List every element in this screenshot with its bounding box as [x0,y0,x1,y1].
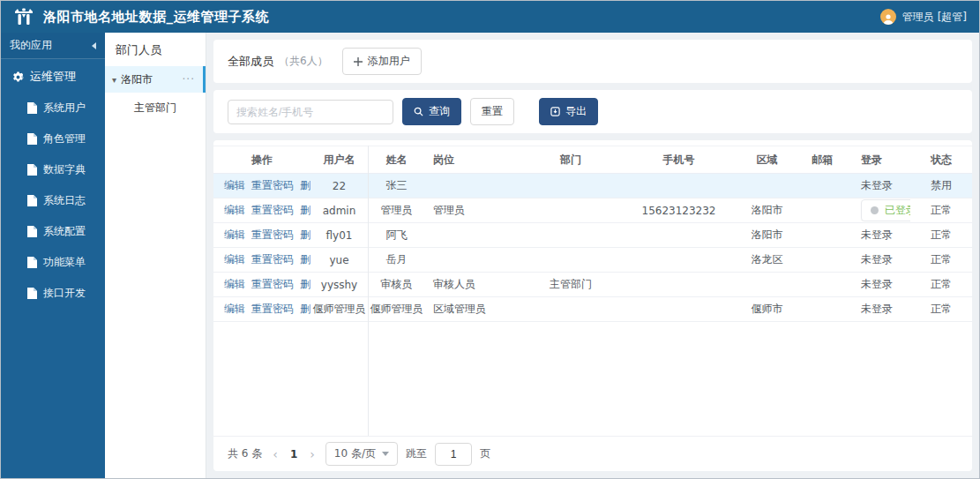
document-icon [27,226,37,237]
search-toolbar: 查询 重置 导出 [213,90,972,133]
cell-login: 未登录 [853,228,910,243]
cell-operations: 编辑重置密码删除 [213,203,310,218]
collapse-sidebar-icon[interactable] [92,42,96,49]
page-size-select[interactable]: 10 条/页 [325,442,398,466]
cell-username: yue [310,254,368,266]
cell-name: 审核员 [368,277,425,292]
export-button[interactable]: 导出 [539,98,598,125]
cell-operations: 编辑重置密码删除 [213,252,310,267]
cell-status: 禁用 [910,178,972,193]
cell-username: 22 [310,180,368,192]
column-header-3: 岗位 [425,153,527,168]
sidebar-item-label: 功能菜单 [43,255,86,270]
cell-name: 管理员 [368,203,425,218]
sidebar-item-3[interactable]: 系统日志 [1,185,105,216]
cell-phone: 15623123232 [615,205,743,217]
sidebar-item-6[interactable]: 接口开发 [1,278,105,309]
total-count-label: 共 6 条 [228,446,262,461]
reset-password-link[interactable]: 重置密码 [251,277,294,292]
reset-button[interactable]: 重置 [470,98,514,125]
reset-password-link[interactable]: 重置密码 [251,203,294,218]
members-toolbar: 全部成员 （共6人） 添加用户 [213,40,972,83]
delete-link[interactable]: 删除 [300,178,310,193]
edit-link[interactable]: 编辑 [224,277,245,292]
cell-status: 正常 [910,277,972,292]
tree-node-luoyang[interactable]: ▾ 洛阳市 ··· [105,66,206,93]
chevron-down-icon [382,452,389,456]
column-header-1: 用户名 [310,153,368,168]
cell-region: 洛阳市 [743,228,791,243]
cell-username: fly01 [310,229,368,242]
add-user-button[interactable]: 添加用户 [342,48,422,75]
gear-icon [12,71,24,83]
cell-login: 未登录 [853,252,910,267]
cell-operations: 编辑重置密码删除 [213,277,310,292]
edit-link[interactable]: 编辑 [224,302,245,317]
search-input[interactable] [228,100,393,124]
cell-status: 正常 [910,228,972,243]
query-button[interactable]: 查询 [402,98,461,125]
reset-password-link[interactable]: 重置密码 [251,178,294,193]
edit-link[interactable]: 编辑 [224,252,245,267]
column-header-5: 手机号 [615,153,743,168]
sidebar-header: 我的应用 [1,33,105,59]
sidebar-item-1[interactable]: 角色管理 [1,123,105,154]
reset-password-link[interactable]: 重置密码 [251,228,294,243]
table-row: 编辑重置密码删除fly01阿飞洛阳市未登录正常 [213,223,972,248]
cell-username: 偃师管理员 [310,302,368,317]
column-header-9: 状态 [910,153,972,168]
main-content: 全部成员 （共6人） 添加用户 查询 [206,33,979,478]
document-icon [27,133,37,145]
cell-login: 未登录 [853,277,910,292]
cell-position: 区域管理员 [425,302,527,317]
cell-name: 偃师管理员 [368,302,425,317]
delete-link[interactable]: 删除 [300,203,310,218]
sidebar-item-label: 数据字典 [43,162,86,177]
delete-link[interactable]: 删除 [300,277,310,292]
sidebar: 我的应用 运维管理 系统用户角色管理数据字典系统日志系统配置功能菜单接口开发 [1,33,105,478]
page-number[interactable]: 1 [288,448,299,460]
column-header-4: 部门 [527,153,615,168]
search-icon [414,107,423,116]
users-table: 操作用户名姓名岗位部门手机号区域邮箱登录状态 编辑重置密码删除22张三未登录禁用… [213,146,972,436]
logged-in-toggle[interactable]: 已登录 [861,199,910,221]
sidebar-item-5[interactable]: 功能菜单 [1,247,105,278]
cell-login: 未登录 [853,178,910,193]
reset-password-link[interactable]: 重置密码 [251,302,294,317]
user-avatar[interactable] [880,9,896,25]
sidebar-item-2[interactable]: 数据字典 [1,154,105,185]
sidebar-item-0[interactable]: 系统用户 [1,93,105,123]
sidebar-item-label: 系统配置 [43,224,86,239]
tree-node-more-icon[interactable]: ··· [183,73,198,86]
sidebar-group-ops[interactable]: 运维管理 [1,59,105,93]
jump-page-input[interactable] [435,443,472,466]
table-row: 编辑重置密码删除偃师管理员偃师管理员区域管理员偃师市未登录正常 [213,297,972,322]
sidebar-group-label: 运维管理 [30,69,76,85]
logged-in-label: 已登录 [885,203,910,218]
next-page-icon[interactable]: › [307,447,318,461]
top-header: 洛阳市地名地址数据_运维管理子系统 管理员 [超管] [1,1,979,33]
table-row: 编辑重置密码删除yue岳月洛龙区未登录正常 [213,248,972,273]
cell-department: 主管部门 [527,277,615,292]
tree-node-dept[interactable]: 主管部门 [105,93,206,123]
page-title: 洛阳市地名地址数据_运维管理子系统 [43,9,269,26]
jump-label: 跳至 [406,446,427,461]
delete-link[interactable]: 删除 [300,252,310,267]
tree-node-label: 洛阳市 [121,72,153,87]
cell-login: 已登录 [853,199,910,221]
sidebar-items: 系统用户角色管理数据字典系统日志系统配置功能菜单接口开发 [1,93,105,309]
sidebar-item-4[interactable]: 系统配置 [1,216,105,247]
reset-password-link[interactable]: 重置密码 [251,252,294,267]
cell-region: 洛阳市 [743,203,791,218]
current-user-label[interactable]: 管理员 [超管] [902,10,967,25]
edit-link[interactable]: 编辑 [224,203,245,218]
column-header-6: 区域 [743,153,791,168]
edit-link[interactable]: 编辑 [224,228,245,243]
prev-page-icon[interactable]: ‹ [270,447,281,461]
edit-link[interactable]: 编辑 [224,178,245,193]
delete-link[interactable]: 删除 [300,302,310,317]
sidebar-item-label: 角色管理 [43,131,86,146]
column-header-2: 姓名 [368,153,425,168]
caret-down-icon[interactable]: ▾ [112,75,116,85]
delete-link[interactable]: 删除 [300,228,310,243]
